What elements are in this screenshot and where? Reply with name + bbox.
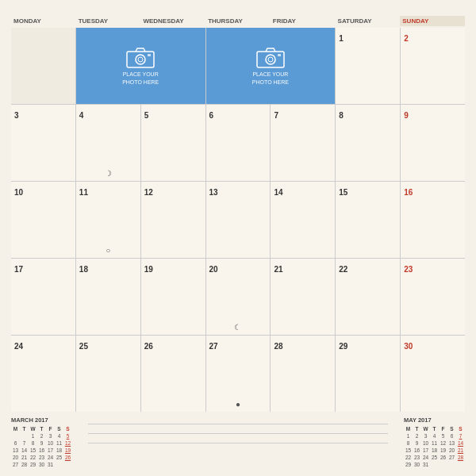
cell-14: 14 — [271, 182, 335, 258]
mini-date: 4 — [55, 432, 63, 440]
cell-13: 13 — [206, 182, 271, 258]
cell-1: 1 — [336, 28, 400, 104]
mini-date: 5 — [439, 432, 447, 440]
mini-date: 19 — [439, 447, 447, 454]
mini-date: 1 — [29, 432, 37, 440]
cell-3: 3 — [11, 105, 75, 181]
cell-12: 12 — [141, 182, 205, 258]
mini-date: 24 — [421, 454, 430, 461]
mini-date: 29 — [29, 461, 37, 468]
mini-date: 17 — [46, 447, 55, 454]
svg-rect-3 — [148, 54, 151, 56]
mini-date: 17 — [421, 447, 430, 454]
day-header-monday: MONDAY — [11, 16, 76, 26]
mini-date: 14 — [456, 440, 465, 447]
mini-date: 10 — [421, 440, 430, 447]
mini-date: 20 — [11, 454, 20, 461]
svg-point-5 — [266, 55, 275, 64]
photo-placeholder-2[interactable]: PLACE YOURPHOTO HERE — [206, 28, 336, 104]
mini-date: 30 — [413, 461, 421, 468]
mini-header: M — [11, 425, 20, 432]
mini-date: 24 — [46, 454, 55, 461]
cell-4: 4☽ — [76, 105, 140, 181]
cell-17: 17 — [11, 259, 75, 335]
footer: MARCH 2017MTWTFSS12345678910111213141516… — [11, 416, 465, 468]
note-line — [88, 426, 388, 434]
mini-date — [447, 461, 456, 468]
mini-date: 15 — [404, 447, 413, 454]
note-line — [88, 416, 388, 424]
mini-date: 27 — [11, 461, 20, 468]
cell-19: 19 — [141, 259, 205, 335]
mini-date: 9 — [413, 440, 421, 447]
day-header-wednesday: WEDNESDAY — [140, 16, 205, 26]
mini-date: 6 — [447, 432, 456, 440]
mini-date: 22 — [404, 454, 413, 461]
mini-cal-march: MARCH 2017MTWTFSS12345678910111213141516… — [11, 416, 72, 468]
mini-date — [11, 432, 20, 440]
day-header-tuesday: TUESDAY — [76, 16, 141, 26]
mini-date: 31 — [46, 461, 55, 468]
mini-header: S — [55, 425, 63, 432]
mini-header: W — [29, 425, 37, 432]
mini-date: 20 — [447, 447, 456, 454]
cell-26: 26 — [141, 336, 205, 412]
mini-date: 6 — [11, 440, 20, 447]
mini-date: 5 — [63, 432, 72, 440]
cell-23: 23 — [401, 259, 465, 335]
cell-27: 27● — [206, 336, 271, 412]
cell-5: 5 — [141, 105, 205, 181]
mini-date: 30 — [37, 461, 46, 468]
mini-date: 26 — [439, 454, 447, 461]
mini-date: 12 — [63, 440, 72, 447]
mini-date: 11 — [430, 440, 439, 447]
cell-11: 11○ — [76, 182, 140, 258]
mini-date: 31 — [421, 461, 430, 468]
mini-date: 15 — [29, 447, 37, 454]
cell-8: 8 — [336, 105, 400, 181]
mini-cal-may: MAY 2017MTWTFSS1234567891011121314151617… — [404, 416, 465, 468]
moon-icon: ○ — [106, 246, 110, 255]
mini-date: 2 — [413, 432, 421, 440]
mini-date: 2 — [37, 432, 46, 440]
day-header-sunday: SUNDAY — [400, 16, 465, 26]
mini-date: 12 — [439, 440, 447, 447]
cell-15: 15 — [336, 182, 400, 258]
mini-date: 1 — [404, 432, 413, 440]
mini-date: 13 — [11, 447, 20, 454]
mini-date: 3 — [46, 432, 55, 440]
mini-date: 4 — [430, 432, 439, 440]
mini-header: T — [37, 425, 46, 432]
mini-date — [439, 461, 447, 468]
cell-30: 30 — [401, 336, 465, 412]
mini-date: 14 — [20, 447, 29, 454]
mini-date: 23 — [37, 454, 46, 461]
mini-header: T — [430, 425, 439, 432]
photo-placeholder-1[interactable]: PLACE YOURPHOTO HERE — [76, 28, 205, 104]
mini-date: 11 — [55, 440, 63, 447]
svg-rect-7 — [278, 54, 281, 56]
cell-18: 18 — [76, 259, 140, 335]
mini-date: 29 — [404, 461, 413, 468]
calendar: MONDAYTUESDAYWEDNESDAYTHURSDAYFRIDAYSATU… — [0, 0, 476, 476]
cell-10: 10 — [11, 182, 75, 258]
mini-date: 3 — [421, 432, 430, 440]
mini-date: 27 — [447, 454, 456, 461]
mini-date — [55, 461, 63, 468]
mini-date: 25 — [430, 454, 439, 461]
mini-header: S — [456, 425, 465, 432]
mini-header: F — [439, 425, 447, 432]
mini-date — [63, 461, 72, 468]
mini-date: 7 — [456, 432, 465, 440]
mini-date: 7 — [20, 440, 29, 447]
moon-icon: ☽ — [105, 169, 112, 178]
cell-20: 20☾ — [206, 259, 271, 335]
moon-icon: ☾ — [234, 323, 241, 332]
cell-9: 9 — [401, 105, 465, 181]
mini-date: 9 — [37, 440, 46, 447]
svg-point-6 — [268, 57, 273, 62]
svg-point-2 — [138, 57, 143, 62]
moon-icon: ● — [236, 400, 240, 409]
cell-24: 24 — [11, 336, 75, 412]
cell-7: 7 — [271, 105, 335, 181]
